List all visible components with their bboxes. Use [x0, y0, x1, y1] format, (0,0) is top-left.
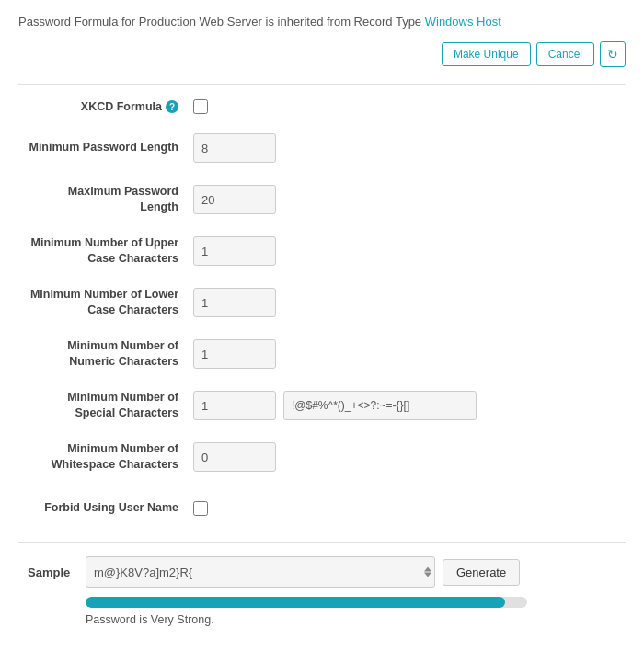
input-min_upper[interactable]: [193, 236, 276, 266]
xkcd-formula-label: XKCD Formula: [81, 100, 162, 113]
header-description: Password Formula for Production Web Serv…: [18, 15, 626, 29]
record-type-link[interactable]: Windows Host: [425, 15, 501, 29]
cancel-button[interactable]: Cancel: [536, 42, 594, 66]
label-min_password_length: Minimum Password Length: [29, 141, 178, 154]
input-min_lower[interactable]: [193, 288, 276, 317]
fields-container: Minimum Password LengthMaximum Password …: [28, 127, 616, 478]
password-strength-text: Password is Very Strong.: [86, 613, 616, 626]
spinner-up-icon[interactable]: [424, 567, 431, 572]
sample-spinner[interactable]: [424, 567, 431, 577]
field-row-min_special: Minimum Number of Special Characters: [28, 384, 616, 427]
label-min_upper: Minimum Number of Upper Case Characters: [31, 236, 178, 266]
sample-row: Sample Generate: [28, 556, 616, 588]
form-section: XKCD Formula ? Minimum Password LengthMa…: [18, 99, 626, 530]
label-min_lower: Minimum Number of Lower Case Characters: [30, 288, 178, 317]
forbid-username-label: Forbid Using User Name: [44, 501, 178, 514]
label-min_numeric: Minimum Number of Numeric Characters: [67, 339, 178, 369]
forbid-username-row: Forbid Using User Name: [28, 487, 616, 530]
field-row-min_upper: Minimum Number of Upper Case Characters: [28, 230, 616, 272]
forbid-username-checkbox[interactable]: [193, 501, 208, 516]
special-chars-input[interactable]: [283, 391, 477, 420]
field-row-min_lower: Minimum Number of Lower Case Characters: [28, 281, 616, 324]
input-max_password_length[interactable]: [193, 185, 276, 214]
field-row-min_password_length: Minimum Password Length: [28, 127, 616, 169]
input-min_special[interactable]: [193, 391, 276, 420]
bottom-divider: [18, 542, 626, 543]
top-divider: [18, 84, 626, 85]
input-min_password_length[interactable]: [193, 133, 276, 163]
sample-input[interactable]: [86, 556, 435, 588]
progress-bar-fill: [86, 597, 505, 608]
xkcd-formula-checkbox[interactable]: [193, 99, 208, 114]
label-max_password_length: Maximum Password Length: [68, 185, 178, 214]
input-min_numeric[interactable]: [193, 339, 276, 369]
xkcd-formula-row: XKCD Formula ?: [28, 99, 616, 114]
field-row-min_whitespace: Minimum Number of Whitespace Characters: [28, 436, 616, 478]
sample-label: Sample: [28, 565, 78, 579]
make-unique-button[interactable]: Make Unique: [442, 42, 531, 66]
sample-section: Sample Generate Password is Very Strong.: [18, 556, 626, 626]
refresh-button[interactable]: ↻: [600, 41, 626, 67]
sample-input-wrap: [86, 556, 435, 588]
label-min_whitespace: Minimum Number of Whitespace Characters: [52, 442, 178, 472]
password-strength-bar: [86, 597, 527, 608]
field-row-min_numeric: Minimum Number of Numeric Characters: [28, 333, 616, 375]
field-row-max_password_length: Maximum Password Length: [28, 178, 616, 221]
xkcd-help-icon[interactable]: ?: [166, 100, 178, 113]
generate-button[interactable]: Generate: [443, 559, 520, 586]
refresh-icon: ↻: [607, 47, 618, 62]
toolbar: Make Unique Cancel ↻: [18, 41, 626, 67]
spinner-down-icon[interactable]: [424, 573, 431, 577]
input-min_whitespace[interactable]: [193, 442, 276, 472]
label-min_special: Minimum Number of Special Characters: [67, 391, 178, 420]
